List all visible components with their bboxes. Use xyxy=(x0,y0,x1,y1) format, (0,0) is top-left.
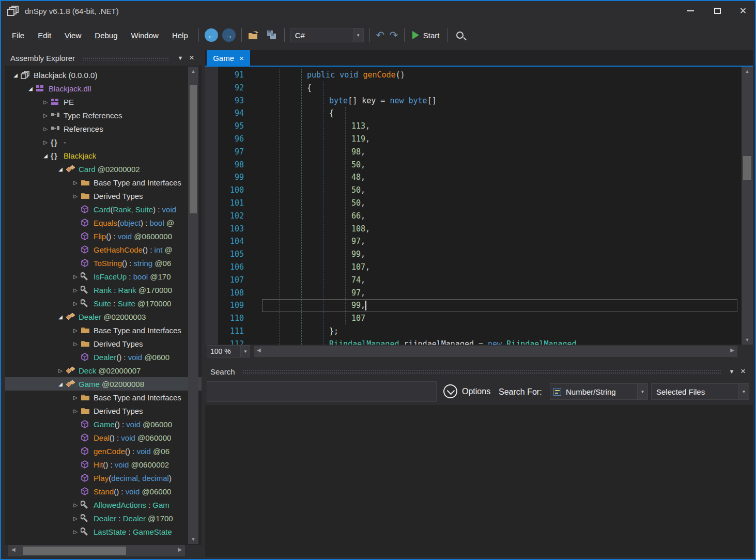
code-line[interactable]: 106107, xyxy=(205,261,742,274)
tree-row[interactable]: genCode() : void @06 xyxy=(5,444,202,458)
search-input[interactable] xyxy=(207,381,437,402)
code-line[interactable]: 103108, xyxy=(205,223,742,236)
code-line[interactable]: 96119, xyxy=(205,133,742,146)
expander-open-icon[interactable]: ◢ xyxy=(56,314,65,320)
close-button[interactable]: × xyxy=(731,1,755,21)
search-options-button[interactable]: Options xyxy=(443,384,490,398)
menu-debug[interactable]: Debug xyxy=(88,29,124,42)
expander-closed-icon[interactable]: ▷ xyxy=(71,193,80,199)
redo-button[interactable]: ↷ xyxy=(387,29,400,41)
tree-row[interactable]: ◢Card @02000002 xyxy=(5,162,202,176)
code-line[interactable]: 9798, xyxy=(205,146,742,159)
open-file-button[interactable] xyxy=(247,28,261,42)
chevron-down-icon[interactable]: ▼ xyxy=(738,384,749,399)
tree-row[interactable]: Flip() : void @0600000 xyxy=(5,229,202,243)
code-line[interactable]: 10150, xyxy=(205,197,742,210)
scrollbar-thumb[interactable] xyxy=(743,156,751,180)
tree-row[interactable]: ◢Blackjack.dll xyxy=(5,82,202,95)
expander-open-icon[interactable]: ◢ xyxy=(11,72,20,78)
chevron-down-icon[interactable]: ▼ xyxy=(637,384,647,399)
code-editor[interactable]: 91public void genCode()92{93byte[] key =… xyxy=(205,67,753,345)
expander-closed-icon[interactable]: ▷ xyxy=(41,99,50,105)
code-line[interactable]: 10599, xyxy=(205,248,742,261)
expander-closed-icon[interactable]: ▷ xyxy=(71,502,80,508)
tree-row[interactable]: ▷Base Type and Interfaces xyxy=(5,323,202,337)
zoom-level-select[interactable]: 100 % xyxy=(207,345,241,357)
tree-row[interactable]: ▷Base Type and Interfaces xyxy=(5,176,202,189)
tree-row[interactable]: GetHashCode() : int @ xyxy=(5,243,202,256)
panel-menu-button[interactable]: ▼ xyxy=(175,55,186,61)
menu-view[interactable]: View xyxy=(58,29,88,42)
tree-row[interactable]: ▷Deck @02000007 xyxy=(5,364,202,377)
tree-row[interactable]: ▷Suite : Suite @170000 xyxy=(5,297,202,310)
tree-row[interactable]: ▷Derived Types xyxy=(5,337,202,350)
tree-row[interactable]: Deal() : void @060000 xyxy=(5,431,202,444)
zoom-dropdown-button[interactable]: ▼ xyxy=(241,345,250,357)
tree-horizontal-scrollbar[interactable]: ◀ ▶ xyxy=(8,545,185,556)
panel-grip[interactable] xyxy=(242,370,721,375)
expander-closed-icon[interactable]: ▷ xyxy=(56,368,65,374)
undo-button[interactable]: ↶ xyxy=(374,29,387,41)
tree-row[interactable]: ▷Type References xyxy=(5,108,202,122)
files-scope-select[interactable]: Selected Files ▼ xyxy=(651,383,749,400)
tree-row[interactable]: ▷{ }- xyxy=(5,135,202,149)
menu-edit[interactable]: Edit xyxy=(31,29,58,42)
scrollbar-thumb[interactable] xyxy=(190,85,197,213)
code-line[interactable]: 9850, xyxy=(205,159,742,172)
language-select[interactable]: C# ▼ xyxy=(290,28,364,42)
panel-close-button[interactable]: × xyxy=(186,53,197,63)
tree-row[interactable]: ▷LastState : GameState xyxy=(5,525,202,538)
tree-row[interactable]: ◢Dealer @02000003 xyxy=(5,310,202,323)
expander-closed-icon[interactable]: ▷ xyxy=(71,395,80,400)
editor-horizontal-scrollbar[interactable]: ◀ ▶ xyxy=(254,346,737,357)
editor-vertical-scrollbar[interactable]: ▲ ▼ xyxy=(742,67,753,345)
search-assemblies-button[interactable] xyxy=(453,28,467,42)
expander-closed-icon[interactable]: ▷ xyxy=(71,180,80,185)
code-line[interactable]: 95113, xyxy=(205,120,742,133)
tree-row[interactable]: ▷IsFaceUp : bool @170 xyxy=(5,270,202,283)
tree-row[interactable]: Dealer() : void @0600 xyxy=(5,350,202,364)
tree-row[interactable]: ▷AllowedActions : Gam xyxy=(5,498,202,511)
tree-row[interactable]: ▷Derived Types xyxy=(5,404,202,417)
navigate-back-button[interactable]: ← xyxy=(205,28,218,42)
tab-game[interactable]: Game × xyxy=(207,50,250,66)
tree-row[interactable]: Play(decimal, decimal) xyxy=(5,471,202,485)
tab-close-icon[interactable]: × xyxy=(239,54,244,63)
code-line[interactable]: 92{ xyxy=(205,82,742,95)
panel-close-button[interactable]: × xyxy=(737,366,749,377)
code-line[interactable]: 112RijndaelManaged rijndaelManaged = new… xyxy=(205,338,742,345)
expander-closed-icon[interactable]: ▷ xyxy=(71,408,80,414)
tree-row[interactable]: Hit() : void @0600002 xyxy=(5,458,202,471)
tree-row[interactable]: Game() : void @06000 xyxy=(5,417,202,431)
code-line[interactable]: 10050, xyxy=(205,184,742,197)
tree-row[interactable]: ▷PE xyxy=(5,95,202,108)
menu-window[interactable]: Window xyxy=(125,29,165,42)
expander-open-icon[interactable]: ◢ xyxy=(56,166,65,172)
tree-row[interactable]: Equals(object) : bool @ xyxy=(5,216,202,229)
code-line[interactable]: 94{ xyxy=(205,107,742,120)
tree-row[interactable]: Stand() : void @06000 xyxy=(5,485,202,498)
expander-closed-icon[interactable]: ▷ xyxy=(71,529,80,535)
tree-row[interactable]: ▷Dealer : Dealer @1700 xyxy=(5,511,202,525)
expander-closed-icon[interactable]: ▷ xyxy=(71,341,80,347)
tree-row[interactable]: ▷Rank : Rank @170000 xyxy=(5,283,202,297)
expander-open-icon[interactable]: ◢ xyxy=(26,86,35,91)
expander-closed-icon[interactable]: ▷ xyxy=(71,328,80,333)
expander-closed-icon[interactable]: ▷ xyxy=(71,516,80,521)
expander-closed-icon[interactable]: ▷ xyxy=(41,126,50,132)
code-line[interactable]: 10266, xyxy=(205,210,742,223)
expander-closed-icon[interactable]: ▷ xyxy=(71,301,80,306)
tree-row[interactable]: ToString() : string @06 xyxy=(5,256,202,270)
code-line[interactable]: 111}; xyxy=(205,325,742,338)
menu-help[interactable]: Help xyxy=(165,29,195,42)
expander-closed-icon[interactable]: ▷ xyxy=(41,139,50,145)
code-line[interactable]: 10897, xyxy=(205,287,742,300)
tree-row[interactable]: ▷Derived Types xyxy=(5,189,202,203)
expander-closed-icon[interactable]: ▷ xyxy=(71,287,80,293)
navigate-forward-button[interactable]: → xyxy=(222,28,236,42)
tree-row[interactable]: ◢{ }Blackjack xyxy=(5,149,202,162)
save-all-button[interactable] xyxy=(265,28,279,42)
panel-menu-button[interactable]: ▼ xyxy=(726,368,737,375)
code-line-current[interactable]: 10999, xyxy=(205,299,742,312)
tree-vertical-scrollbar[interactable]: ▲ ▼ xyxy=(188,67,198,544)
